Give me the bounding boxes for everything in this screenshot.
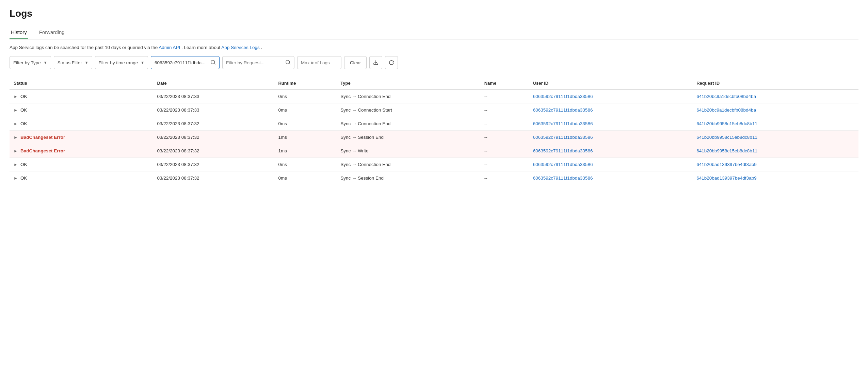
- date-cell-5: 03/22/2023 08:37:32: [153, 158, 274, 171]
- user-id-link-5[interactable]: 6063592c79111f1dbda33586: [533, 162, 593, 167]
- table-header: Status Date Runtime Type Name User ID Re…: [10, 77, 858, 89]
- info-middle-text: . Learn more about: [181, 45, 221, 50]
- user-id-link-2[interactable]: 6063592c79111f1dbda33586: [533, 121, 593, 126]
- time-filter[interactable]: Filter by time range ▼: [95, 56, 148, 69]
- table-row[interactable]: ► BadChangeset Error 03/22/2023 08:37:32…: [10, 144, 858, 158]
- request-filter: [222, 56, 294, 69]
- status-cell-0: ► OK: [10, 89, 153, 103]
- col-runtime: Runtime: [274, 77, 336, 89]
- runtime-cell-4: 1ms: [274, 144, 336, 158]
- userid-cell-1: 6063592c79111f1dbda33586: [529, 103, 693, 117]
- expand-arrow-3[interactable]: ►: [14, 135, 18, 140]
- user-id-input[interactable]: [155, 60, 209, 65]
- type-cell-4: Sync → Write: [336, 144, 480, 158]
- type-cell-3: Sync → Session End: [336, 131, 480, 144]
- page-title: Logs: [10, 8, 858, 19]
- expand-arrow-1[interactable]: ►: [14, 108, 18, 113]
- tab-history[interactable]: History: [10, 26, 28, 39]
- status-cell-2: ► OK: [10, 117, 153, 131]
- type-filter[interactable]: Filter by Type ▼: [10, 56, 51, 69]
- table-row[interactable]: ► OK 03/22/2023 08:37:33 0ms Sync → Conn…: [10, 103, 858, 117]
- date-cell-2: 03/22/2023 08:37:32: [153, 117, 274, 131]
- main-page: Logs History Forwarding App Service logs…: [0, 0, 868, 193]
- name-cell-4: --: [480, 144, 529, 158]
- max-logs-input[interactable]: [297, 56, 341, 69]
- tab-forwarding[interactable]: Forwarding: [38, 26, 66, 39]
- request-id-link-3[interactable]: 641b20bb9958c15eb8dc8b11: [696, 135, 757, 140]
- table-row[interactable]: ► OK 03/22/2023 08:37:32 0ms Sync → Sess…: [10, 171, 858, 185]
- status-value-1: OK: [20, 107, 27, 113]
- filter-bar: Filter by Type ▼ Status Filter ▼ Filter …: [10, 56, 858, 69]
- refresh-icon: [389, 60, 394, 65]
- name-cell-3: --: [480, 131, 529, 144]
- type-cell-5: Sync → Connection End: [336, 158, 480, 171]
- table-row[interactable]: ► OK 03/22/2023 08:37:32 0ms Sync → Conn…: [10, 158, 858, 171]
- status-cell-3: ► BadChangeset Error: [10, 131, 153, 144]
- col-name: Name: [480, 77, 529, 89]
- admin-api-link[interactable]: Admin API: [159, 45, 180, 50]
- userid-cell-4: 6063592c79111f1dbda33586: [529, 144, 693, 158]
- type-filter-label: Filter by Type: [13, 60, 41, 65]
- download-icon: [373, 60, 379, 65]
- request-id-link-2[interactable]: 641b20bb9958c15eb8dc8b11: [696, 121, 757, 126]
- runtime-cell-0: 0ms: [274, 89, 336, 103]
- status-filter[interactable]: Status Filter ▼: [54, 56, 92, 69]
- clear-button[interactable]: Clear: [344, 56, 367, 69]
- app-services-link[interactable]: App Services Logs: [221, 45, 260, 50]
- request-id-link-0[interactable]: 641b20bc9a1decbfb08bd4ba: [696, 94, 756, 99]
- expand-arrow-2[interactable]: ►: [14, 121, 18, 126]
- svg-line-3: [289, 63, 290, 64]
- name-cell-1: --: [480, 103, 529, 117]
- user-id-link-6[interactable]: 6063592c79111f1dbda33586: [533, 176, 593, 181]
- col-date: Date: [153, 77, 274, 89]
- requestid-cell-3: 641b20bb9958c15eb8dc8b11: [692, 131, 858, 144]
- expand-arrow-5[interactable]: ►: [14, 162, 18, 167]
- status-filter-label: Status Filter: [58, 60, 82, 65]
- table-row[interactable]: ► OK 03/22/2023 08:37:32 0ms Sync → Conn…: [10, 117, 858, 131]
- user-id-link-3[interactable]: 6063592c79111f1dbda33586: [533, 135, 593, 140]
- date-cell-0: 03/22/2023 08:37:33: [153, 89, 274, 103]
- user-id-link-4[interactable]: 6063592c79111f1dbda33586: [533, 148, 593, 153]
- status-cell-4: ► BadChangeset Error: [10, 144, 153, 158]
- userid-cell-6: 6063592c79111f1dbda33586: [529, 171, 693, 185]
- logs-table-container: Status Date Runtime Type Name User ID Re…: [10, 77, 858, 185]
- refresh-button[interactable]: [385, 56, 398, 69]
- userid-cell-0: 6063592c79111f1dbda33586: [529, 89, 693, 103]
- request-id-link-5[interactable]: 641b20bad139397be4df3ab9: [696, 162, 756, 167]
- time-filter-arrow: ▼: [141, 61, 144, 65]
- expand-arrow-4[interactable]: ►: [14, 149, 18, 153]
- user-id-link-0[interactable]: 6063592c79111f1dbda33586: [533, 94, 593, 99]
- requestid-cell-2: 641b20bb9958c15eb8dc8b11: [692, 117, 858, 131]
- date-cell-3: 03/22/2023 08:37:32: [153, 131, 274, 144]
- name-cell-5: --: [480, 158, 529, 171]
- status-value-6: OK: [20, 176, 27, 181]
- request-id-link-4[interactable]: 641b20bb9958c15eb8dc8b11: [696, 148, 757, 153]
- table-row[interactable]: ► OK 03/22/2023 08:37:33 0ms Sync → Conn…: [10, 89, 858, 103]
- status-value-0: OK: [20, 94, 27, 99]
- svg-line-1: [214, 63, 215, 64]
- status-cell-6: ► OK: [10, 171, 153, 185]
- expand-arrow-6[interactable]: ►: [14, 176, 18, 181]
- type-cell-1: Sync → Connection Start: [336, 103, 480, 117]
- expand-arrow-0[interactable]: ►: [14, 94, 18, 99]
- table-body: ► OK 03/22/2023 08:37:33 0ms Sync → Conn…: [10, 89, 858, 185]
- download-button[interactable]: [369, 56, 382, 69]
- date-cell-6: 03/22/2023 08:37:32: [153, 171, 274, 185]
- name-cell-0: --: [480, 89, 529, 103]
- info-bar: App Service logs can be searched for the…: [10, 45, 858, 50]
- requestid-cell-6: 641b20bad139397be4df3ab9: [692, 171, 858, 185]
- request-search-icon[interactable]: [285, 60, 291, 66]
- name-cell-6: --: [480, 171, 529, 185]
- runtime-cell-1: 0ms: [274, 103, 336, 117]
- request-id-link-6[interactable]: 641b20bad139397be4df3ab9: [696, 176, 756, 181]
- type-filter-arrow: ▼: [44, 61, 47, 65]
- user-id-search-icon[interactable]: [210, 60, 216, 66]
- table-row[interactable]: ► BadChangeset Error 03/22/2023 08:37:32…: [10, 131, 858, 144]
- runtime-cell-3: 1ms: [274, 131, 336, 144]
- name-cell-2: --: [480, 117, 529, 131]
- request-id-link-1[interactable]: 641b20bc9a1decbfb08bd4ba: [696, 107, 756, 113]
- request-input[interactable]: [226, 60, 284, 65]
- status-value-2: OK: [20, 121, 27, 126]
- runtime-cell-2: 0ms: [274, 117, 336, 131]
- user-id-link-1[interactable]: 6063592c79111f1dbda33586: [533, 107, 593, 113]
